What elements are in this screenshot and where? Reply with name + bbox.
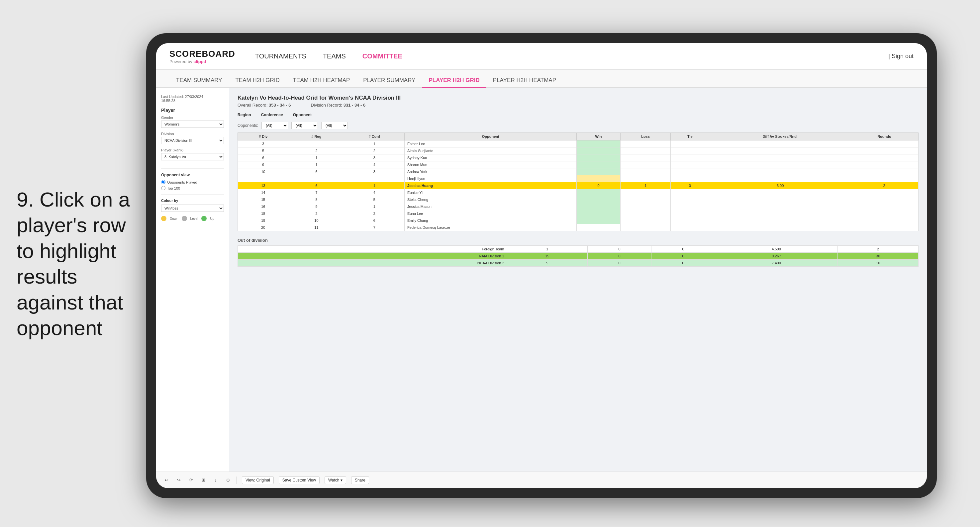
share-btn[interactable]: Share (351, 476, 369, 484)
sidebar: Last Updated: 27/03/2024 16:55:28 Player… (156, 88, 229, 471)
cell-div: 15 (238, 196, 289, 203)
grid-icon[interactable]: ⊞ (200, 476, 207, 484)
tab-player-summary[interactable]: PLAYER SUMMARY (356, 74, 422, 88)
table-row[interactable]: 14 7 4 Eunice Yi (238, 189, 918, 196)
undo-icon[interactable]: ↩ (163, 476, 170, 484)
tablet-screen: SCOREBOARD Powered by clippd TOURNAMENTS… (156, 43, 927, 488)
cell-div: 19 (238, 217, 289, 224)
table-row[interactable]: 20 11 7 Federica Domecq Lacroze (238, 224, 918, 231)
tab-player-h2h-grid[interactable]: PLAYER H2H GRID (422, 74, 486, 88)
player-rank-select[interactable]: 8. Katelyn Vo (161, 153, 224, 160)
cell-diff (709, 203, 850, 210)
opponent-view-title: Opponent view (161, 173, 224, 177)
tab-team-h2h-heatmap[interactable]: TEAM H2H HEATMAP (286, 74, 357, 88)
table-row[interactable]: 18 2 2 Euna Lee (238, 210, 918, 217)
cell-reg: 1 (289, 154, 344, 161)
cell-diff (709, 140, 850, 148)
out-col2: 0 (588, 260, 651, 267)
cell-tie (671, 189, 709, 196)
table-row[interactable]: 10 6 3 Andrea York (238, 168, 918, 175)
tab-team-summary[interactable]: TEAM SUMMARY (169, 74, 229, 88)
out-row-foreign[interactable]: Foreign Team 1 0 0 4.500 2 (238, 246, 918, 253)
cell-loss (620, 161, 670, 168)
cell-conf: 4 (344, 161, 405, 168)
colour-by-select[interactable]: Win/loss (161, 205, 224, 212)
view-original-btn[interactable]: View: Original (242, 476, 274, 484)
gender-select[interactable]: Women's (161, 121, 224, 128)
cell-rounds (850, 175, 918, 182)
cell-reg: 11 (289, 224, 344, 231)
col-opponent: Opponent (405, 133, 577, 140)
cell-reg: 7 (289, 189, 344, 196)
out-of-division-title: Out of division (237, 238, 918, 243)
out-row-naia[interactable]: NAIA Division 1 15 0 0 9.267 30 (238, 253, 918, 260)
cell-loss (620, 224, 670, 231)
table-row[interactable]: Heeji Hyun (238, 175, 918, 182)
cell-rounds (850, 161, 918, 168)
top100-radio[interactable]: Top 100 (161, 186, 224, 190)
logo-sub: Powered by clippd (169, 59, 235, 64)
cell-conf: 1 (344, 140, 405, 148)
table-row[interactable]: 6 1 3 Sydney Kuo (238, 154, 918, 161)
col-reg: # Reg (289, 133, 344, 140)
panel-record: Overall Record: 353 - 34 - 6 Division Re… (237, 103, 918, 108)
timer-icon[interactable]: ⊙ (224, 476, 232, 484)
redo-icon[interactable]: ↪ (175, 476, 182, 484)
cell-rounds (850, 196, 918, 203)
opponents-played-radio[interactable]: Opponents Played (161, 180, 224, 184)
cell-win (577, 140, 620, 148)
table-row-highlighted[interactable]: 13 6 1 Jessica Huang 0 1 0 -3.00 2 (238, 182, 918, 189)
cell-rounds (850, 168, 918, 175)
cell-div: 10 (238, 168, 289, 175)
conference-select[interactable]: (All) (291, 122, 318, 129)
opponent-select[interactable]: (All) (321, 122, 348, 129)
out-col2: 0 (588, 246, 651, 253)
cell-rounds (850, 140, 918, 148)
nav-teams[interactable]: TEAMS (323, 51, 346, 62)
nav-links: TOURNAMENTS TEAMS COMMITTEE (255, 51, 888, 62)
sidebar-player-title: Player (161, 108, 224, 113)
cell-opponent: Alexis Sudjianto (405, 148, 577, 154)
conference-filter-group: Conference (261, 113, 283, 119)
cell-diff (709, 189, 850, 196)
scene: 9. Click on a player's row to highlight … (0, 0, 980, 527)
cell-rounds (850, 154, 918, 161)
table-row[interactable]: 9 1 4 Sharon Mun (238, 161, 918, 168)
tab-team-h2h-grid[interactable]: TEAM H2H GRID (229, 74, 286, 88)
cell-div: 3 (238, 140, 289, 148)
download-icon[interactable]: ↓ (212, 476, 219, 484)
cell-opponent: Eunice Yi (405, 189, 577, 196)
cell-loss (620, 196, 670, 203)
table-row[interactable]: 5 2 2 Alexis Sudjianto (238, 148, 918, 154)
table-row[interactable]: 15 8 5 Stella Cheng (238, 196, 918, 203)
watch-btn[interactable]: Watch ▾ (325, 476, 346, 484)
nav-committee[interactable]: COMMITTEE (363, 51, 402, 62)
cell-reg: 9 (289, 203, 344, 210)
save-custom-btn[interactable]: Save Custom View (279, 476, 320, 484)
division-select[interactable]: NCAA Division III (161, 137, 224, 144)
sign-out-link[interactable]: | Sign out (888, 53, 913, 60)
col-conf: # Conf (344, 133, 405, 140)
cell-loss (620, 175, 670, 182)
overall-record-label: Overall Record: 353 - 34 - 6 (237, 103, 291, 108)
table-row[interactable]: 19 10 6 Emily Chang (238, 217, 918, 224)
out-row-ncaa[interactable]: NCAA Division 2 5 0 0 7.400 10 (238, 260, 918, 267)
sub-nav: TEAM SUMMARY TEAM H2H GRID TEAM H2H HEAT… (156, 70, 927, 88)
cell-diff (709, 217, 850, 224)
logo-text: SCOREBOARD (169, 49, 235, 59)
refresh-icon[interactable]: ⟳ (187, 476, 195, 484)
cell-win (577, 175, 620, 182)
out-label-ncaa: NCAA Division 2 (238, 260, 507, 267)
cell-win (577, 154, 620, 161)
table-row[interactable]: 16 9 1 Jessica Mason (238, 203, 918, 210)
tab-player-h2h-heatmap[interactable]: PLAYER H2H HEATMAP (486, 74, 563, 88)
col-diff: Diff Av Strokes/Rnd (709, 133, 850, 140)
nav-tournaments[interactable]: TOURNAMENTS (255, 51, 306, 62)
region-filter-group: Region (237, 113, 251, 119)
cell-opponent: Heeji Hyun (405, 175, 577, 182)
col-div: # Div (238, 133, 289, 140)
cell-opponent: Sharon Mun (405, 161, 577, 168)
opponent-filter-group: Opponent (293, 113, 312, 119)
table-row[interactable]: 3 1 Esther Lee (238, 140, 918, 148)
region-select[interactable]: (All) (261, 122, 288, 129)
